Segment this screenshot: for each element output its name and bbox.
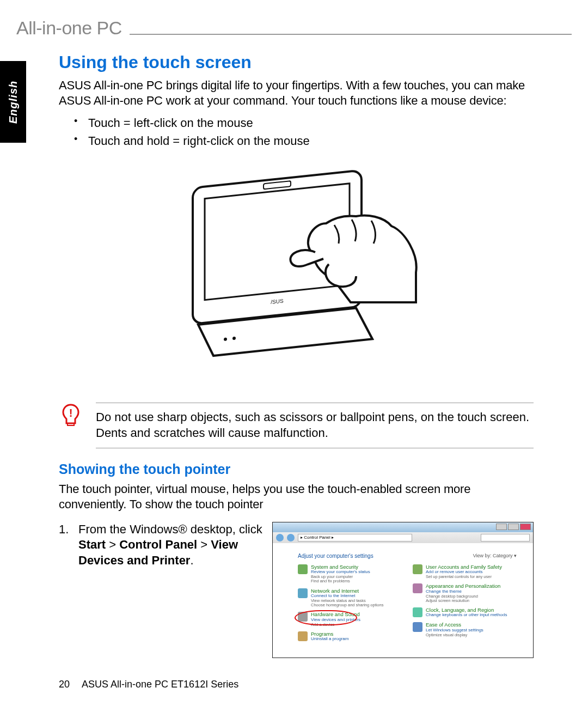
- category-item: Network and InternetConnect to the Inter…: [298, 588, 402, 608]
- touch-illustration: /SUS: [59, 166, 534, 386]
- category-subtext: Adjust screen resolution: [426, 599, 500, 603]
- page-footer: 20 ASUS All-in-one PC ET1612I Series: [59, 679, 238, 690]
- svg-rect-6: [68, 423, 74, 425]
- category-icon: [413, 564, 422, 574]
- category-icon: [298, 588, 308, 598]
- category-icon: [298, 631, 308, 641]
- category-item: Clock, Language, and RegionChange keyboa…: [413, 607, 517, 618]
- back-icon: [276, 534, 284, 541]
- subsection-title: Showing the touch pointer: [59, 461, 534, 477]
- category-subtext: Choose homegroup and sharing options: [311, 603, 383, 607]
- category-icon: [413, 607, 422, 617]
- category-icon: [413, 583, 422, 593]
- warning-icon: !: [59, 403, 83, 429]
- category-item: ProgramsUninstall a program: [298, 631, 402, 642]
- address-bar: ▸ Control Panel ▸: [298, 534, 412, 541]
- step-body: From the Windows® desktop, click Start >…: [78, 522, 266, 569]
- category-subtext: Uninstall a program: [311, 637, 348, 642]
- category-subtext: Set up parental controls for any user: [426, 575, 502, 579]
- control-panel-screenshot: ▸ Control Panel ▸ Adjust your computer's…: [272, 522, 534, 658]
- page-number: 20: [59, 679, 70, 690]
- language-tab: English: [0, 61, 26, 143]
- highlight-circle: [295, 610, 357, 625]
- category-item: User Accounts and Family SafetyAdd or re…: [413, 564, 517, 579]
- section-title: Using the touch screen: [59, 52, 534, 72]
- product-line-header: All-in-one PC: [16, 17, 130, 39]
- subsection-intro: The touch pointer, virtual mouse, helps …: [59, 482, 534, 512]
- category-icon: [413, 622, 422, 632]
- category-item: Ease of AccessLet Windows suggest settin…: [413, 622, 517, 637]
- category-icon: [298, 564, 308, 574]
- step-number: 1.: [59, 522, 70, 569]
- category-item: System and SecurityReview your computer'…: [298, 564, 402, 584]
- category-subtext: Find and fix problems: [311, 579, 370, 583]
- category-subtext: Change keyboards or other input methods: [426, 613, 507, 618]
- section-intro: ASUS All-in-one PC brings digital life t…: [59, 78, 534, 108]
- view-by: View by: Category ▾: [473, 553, 517, 558]
- document-title: ASUS All-in-one PC ET1612I Series: [82, 679, 238, 690]
- warning-text: Do not use sharp objects, such as scisso…: [96, 410, 534, 441]
- svg-text:!: !: [69, 407, 73, 419]
- bullet-item: Touch = left-click on the mouse: [74, 114, 534, 132]
- category-subtext: Optimize visual display: [426, 633, 483, 637]
- category-item: Appearance and PersonalizationChange the…: [413, 583, 517, 603]
- search-box: [481, 534, 530, 541]
- forward-icon: [287, 534, 295, 541]
- window-buttons: [496, 524, 531, 530]
- bullet-list: Touch = left-click on the mouse Touch an…: [74, 114, 534, 150]
- step-1: 1. From the Windows® desktop, click Star…: [59, 522, 266, 569]
- bullet-item: Touch and hold = right-click on the mous…: [74, 132, 534, 150]
- category-item: Hardware and SoundView devices and print…: [298, 612, 402, 626]
